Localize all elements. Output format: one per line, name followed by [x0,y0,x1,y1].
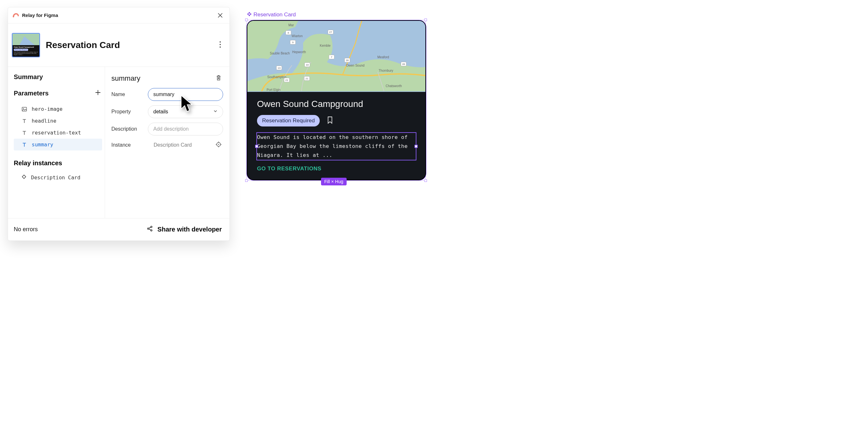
svg-point-2 [220,44,221,45]
map-label: Port Elgin [267,88,280,92]
card-cta[interactable]: GO TO RESERVATIONS [257,166,416,172]
map-label: Meaford [377,55,389,59]
reservation-badge: Reservation Required [257,115,320,126]
route-shield-icon: 7 [329,55,335,59]
selection-handle-icon[interactable] [425,179,427,182]
name-input-wrapper [148,88,223,101]
map-label: Sauble Beach [270,52,290,55]
component-title: Reservation Card [46,40,212,50]
panel-footer: No errors Share with developer [8,218,229,240]
diamond-icon [22,174,27,181]
map-label: Southampton [267,75,286,79]
size-badge: Fill × Hug [321,178,347,185]
svg-point-5 [23,108,24,109]
route-shield-icon: 21 [304,76,310,81]
image-icon [22,106,27,112]
sidebar: Summary Parameters hero-image headline [8,67,105,218]
thumbnail-map-icon [12,34,39,45]
svg-point-8 [218,144,219,145]
svg-point-3 [220,47,221,48]
property-select[interactable]: details [148,106,223,118]
close-icon[interactable] [216,11,224,20]
parameter-item-hero-image[interactable]: hero-image [14,103,102,115]
add-parameter-button[interactable] [94,88,102,98]
property-label: Property [112,109,142,115]
detail-pane: summary Name Property details [105,67,229,218]
selection-bounds: Mar Wiarton Hepworth Sauble Beach Kemble… [246,20,426,181]
map-label: Mar [288,23,294,27]
card-content: Owen Sound Campground Reservation Requir… [247,92,425,180]
bookmark-icon[interactable] [327,116,333,125]
route-shield-icon: 9 [290,40,296,44]
delete-button[interactable] [214,73,223,84]
svg-point-1 [220,41,221,42]
parameter-name: hero-image [32,106,62,112]
map-label: Wiarton [291,34,303,38]
detail-title: summary [112,74,140,83]
relay-instance-name: Description Card [31,175,80,181]
route-shield-icon: 27 [328,30,334,34]
share-with-developer-button[interactable]: Share with developer [147,226,222,233]
selection-handle-icon[interactable] [255,145,258,148]
parameters-heading: Parameters [14,90,49,97]
name-input[interactable] [153,92,218,97]
selection-handle-icon[interactable] [414,145,418,148]
selection-handle-icon[interactable] [425,19,427,21]
error-status: No errors [14,226,38,233]
svg-point-10 [151,226,152,227]
text-icon [22,130,27,136]
map-label: Hepworth [292,50,306,54]
plugin-name: Relay for Figma [22,12,58,18]
svg-rect-14 [247,13,249,15]
selection-handle-icon[interactable] [245,19,248,21]
relay-instances-heading: Relay instances [14,159,102,167]
panel-top-bar: Relay for Figma [8,7,229,23]
description-input[interactable] [153,126,218,132]
summary-selection[interactable]: Owen Sound is located on the southern sh… [256,132,416,160]
map-label: Chatsworth [386,84,402,88]
parameter-item-reservation-text[interactable]: reservation-text [14,127,102,139]
route-shield-icon: 21 [284,78,290,82]
panel-header: Owen Sound Campground Reservation Requir… [8,23,229,67]
card-headline: Owen Sound Campground [257,99,416,109]
svg-point-9 [148,228,149,229]
route-shield-icon: 26 [401,62,406,66]
share-label: Share with developer [157,226,222,233]
parameter-name: summary [32,142,53,148]
map-label: Owen Sound [346,64,365,67]
figma-canvas: Reservation Card [246,11,426,181]
svg-point-0 [13,16,14,17]
plugin-brand: Relay for Figma [12,12,58,19]
hero-image-map: Mar Wiarton Hepworth Sauble Beach Kemble… [247,21,425,92]
reservation-card: Mar Wiarton Hepworth Sauble Beach Kemble… [247,20,426,180]
map-label: Thornbury [379,69,393,72]
overflow-menu-icon[interactable] [217,39,223,51]
selection-handle-icon[interactable] [245,179,248,182]
chevron-down-icon [213,109,218,115]
parameter-name: headline [32,118,56,124]
locate-instance-button[interactable] [214,140,223,150]
text-icon [22,118,27,124]
parameter-item-headline[interactable]: headline [14,115,102,127]
relay-instance-item[interactable]: Description Card [14,171,102,183]
route-shield-icon: 10 [304,62,310,67]
route-shield-icon: 6 [285,30,291,35]
component-frame-name: Reservation Card [253,11,296,18]
route-shield-icon: 13 [276,66,282,70]
instance-label: Instance [112,142,142,148]
route-shield-icon: 26 [344,58,350,62]
card-summary: Owen Sound is located on the southern sh… [257,133,416,160]
component-icon [247,11,252,18]
parameter-item-summary[interactable]: summary [14,139,102,150]
instance-value: Description Card [148,142,208,148]
svg-rect-6 [22,175,26,178]
svg-point-11 [151,230,152,231]
name-label: Name [112,92,142,97]
parameter-name: reservation-text [32,130,81,136]
text-icon [22,142,27,148]
component-frame-label[interactable]: Reservation Card [247,11,426,18]
svg-rect-13 [248,14,250,16]
component-thumbnail[interactable]: Owen Sound Campground Reservation Requir… [12,33,40,57]
relay-logo-icon [12,12,19,19]
share-icon [147,226,153,233]
